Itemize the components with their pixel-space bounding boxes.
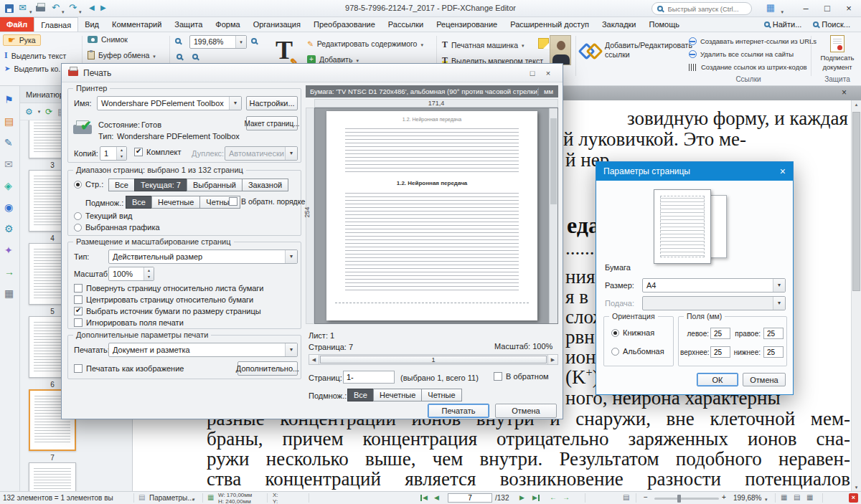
- center-page-checkbox[interactable]: Центрировать страницу относительно бумаг…: [74, 295, 253, 304]
- subset-all-button[interactable]: Все: [126, 196, 152, 209]
- zoom-slider-track[interactable]: [654, 498, 719, 500]
- menu-bookmarks[interactable]: Закладки: [596, 17, 643, 32]
- range-all-button[interactable]: Все: [108, 179, 135, 191]
- menu-convert[interactable]: Преобразование: [307, 17, 382, 32]
- menu-help[interactable]: Помощь: [643, 17, 687, 32]
- zoom-slider-thumb[interactable]: [677, 495, 681, 503]
- previous-view-button[interactable]: [550, 494, 557, 501]
- destinations-panel-icon[interactable]: [4, 202, 13, 212]
- zoom-level-readout[interactable]: 199,68%: [733, 494, 761, 502]
- parameters-button[interactable]: Параметры...: [149, 494, 194, 502]
- print-preview-canvas[interactable]: 1.2. Нейронная передача 1.2. Нейронная п…: [314, 108, 558, 324]
- range-custom-button[interactable]: Заказной: [242, 179, 288, 191]
- subset-odd-button[interactable]: Нечетные: [151, 196, 200, 209]
- page-layout-icon[interactable]: [623, 494, 629, 501]
- menu-comment[interactable]: Комментарий: [105, 17, 168, 32]
- mail-icon[interactable]: [19, 3, 27, 12]
- parameters-dropdown-icon[interactable]: [192, 495, 195, 503]
- sheet-navigator-thumb[interactable]: 1: [320, 356, 547, 363]
- preview-scrollbar[interactable]: [549, 108, 557, 323]
- subset-bottom-even-button[interactable]: Четные: [421, 389, 461, 401]
- ignore-margins-checkbox[interactable]: Игнорировать поля печати: [74, 318, 184, 327]
- zoom-dropdown-icon[interactable]: [765, 495, 768, 503]
- menu-view[interactable]: Вид: [78, 17, 105, 32]
- mail-dropdown-icon[interactable]: [29, 6, 32, 15]
- marquee-zoom-button[interactable]: [177, 54, 182, 60]
- close-document-icon[interactable]: [842, 88, 847, 97]
- cancel-print-button[interactable]: Отмена: [495, 404, 557, 418]
- close-button[interactable]: [838, 0, 860, 16]
- menu-file[interactable]: Файл: [0, 17, 34, 32]
- printer-name-combobox[interactable]: Wondershare PDFelement Toolbox: [97, 96, 242, 110]
- signatures-panel-icon[interactable]: [4, 245, 13, 255]
- save-icon[interactable]: [5, 4, 14, 13]
- copies-stepper[interactable]: 1: [100, 146, 127, 161]
- page-layout-button[interactable]: Макет страниц...: [246, 116, 298, 130]
- menu-home[interactable]: Главная: [34, 17, 78, 32]
- menu-organize[interactable]: Организация: [247, 17, 307, 32]
- page-thumbnail[interactable]: [29, 462, 76, 491]
- dialog-maximize-button[interactable]: [524, 67, 540, 80]
- vertical-scrollbar[interactable]: [851, 100, 861, 491]
- menu-accessibility[interactable]: Расширенный доступ: [504, 17, 596, 32]
- reverse-order-checkbox[interactable]: В обратн. порядке: [229, 197, 305, 206]
- fit-width-icon[interactable]: [781, 494, 787, 501]
- print-button[interactable]: Печатать: [428, 404, 489, 418]
- sheet-navigator-scrollbar[interactable]: 1: [309, 354, 558, 365]
- menu-mailings[interactable]: Рассылки: [382, 17, 430, 32]
- menu-form[interactable]: Форма: [209, 17, 246, 32]
- last-page-button[interactable]: [532, 495, 540, 501]
- scroll-up-icon[interactable]: [852, 102, 861, 107]
- portrait-radio[interactable]: Книжная: [611, 328, 654, 337]
- minimize-button[interactable]: [795, 0, 817, 16]
- quick-launch-search[interactable]: [651, 2, 752, 15]
- thumbnails-panel-icon[interactable]: [4, 116, 14, 126]
- first-page-button[interactable]: [420, 495, 428, 501]
- margin-left-input[interactable]: [710, 328, 730, 339]
- sign-document-button[interactable]: Подписать документ: [815, 35, 860, 71]
- collate-checkbox[interactable]: Комплект: [134, 148, 182, 156]
- zoom-out-button[interactable]: [175, 38, 181, 44]
- thumbnails-options-dropdown-icon[interactable]: [38, 109, 41, 114]
- edit-content-button[interactable]: Редактировать содержимого: [307, 39, 423, 48]
- redo-dropdown-icon[interactable]: [79, 6, 82, 15]
- print-what-combobox[interactable]: Документ и разметка: [108, 343, 298, 357]
- pdf-xchange-logo-icon[interactable]: [849, 493, 858, 503]
- next-page-button[interactable]: [519, 495, 524, 501]
- range-selected-button[interactable]: Выбранный: [187, 179, 243, 191]
- advanced-options-button[interactable]: Дополнительно...: [237, 361, 298, 376]
- forward-icon[interactable]: [100, 4, 106, 11]
- selected-graphic-radio[interactable]: Выбранная графика: [74, 223, 160, 232]
- attachments-panel-icon[interactable]: [4, 159, 13, 169]
- content-panel-icon[interactable]: [4, 224, 14, 234]
- create-web-links-button[interactable]: Создавать интернет-ссылки из URLs: [689, 37, 817, 45]
- typewriter-button[interactable]: Печатная машинка: [442, 39, 524, 50]
- comments-panel-icon[interactable]: [4, 138, 13, 148]
- note-icon[interactable]: [538, 38, 549, 49]
- menu-protect[interactable]: Защита: [168, 17, 209, 32]
- margin-bottom-input[interactable]: [763, 346, 784, 358]
- sheet-next-icon[interactable]: [547, 355, 557, 364]
- printer-settings-button[interactable]: Настройки...: [246, 96, 298, 110]
- quick-launch-input[interactable]: [667, 4, 746, 14]
- margin-top-input[interactable]: [710, 346, 730, 358]
- app-options-dropdown-icon[interactable]: [781, 6, 784, 15]
- search-button[interactable]: Поиск...: [808, 20, 855, 29]
- next-view-button[interactable]: [563, 494, 570, 501]
- fields-panel-icon[interactable]: [4, 181, 12, 191]
- redo-icon[interactable]: [69, 3, 77, 12]
- paper-size-combobox[interactable]: A4: [642, 278, 786, 293]
- subset-bottom-odd-button[interactable]: Нечетные: [373, 389, 422, 401]
- preview-scrollbar-thumb[interactable]: [550, 118, 557, 204]
- add-edit-links-button[interactable]: Добавить/Редактировать ссылки: [580, 41, 692, 60]
- print-icon[interactable]: [36, 6, 45, 11]
- zoom-in-button[interactable]: [722, 494, 726, 501]
- zoom-in-button[interactable]: [251, 38, 257, 44]
- snapshot-button[interactable]: Снимок: [88, 35, 128, 44]
- menu-review[interactable]: Рецензирование: [430, 17, 504, 32]
- sheet-previous-icon[interactable]: [309, 355, 319, 364]
- undo-icon[interactable]: [52, 3, 60, 12]
- back-icon[interactable]: [89, 4, 95, 11]
- print-as-image-checkbox[interactable]: Печатать как изображение: [74, 364, 184, 373]
- clipboard-button[interactable]: Буфер обмена: [88, 51, 156, 60]
